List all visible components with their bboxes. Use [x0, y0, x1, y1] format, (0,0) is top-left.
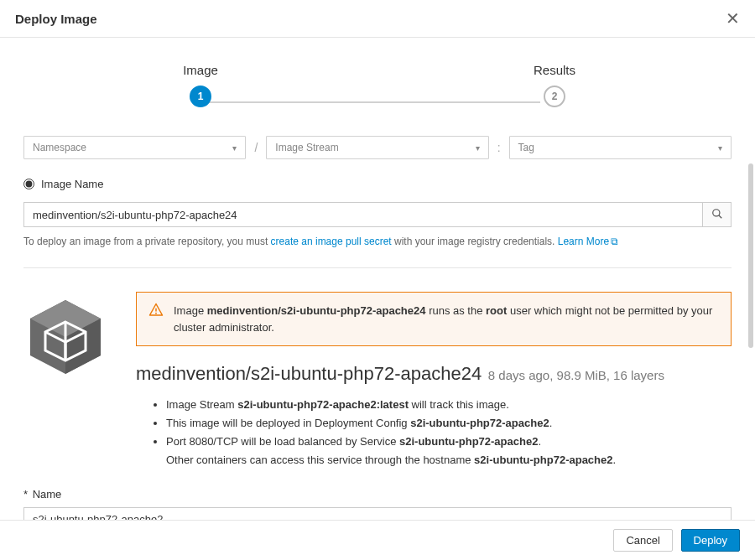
dialog-footer: Cancel Deploy: [0, 520, 755, 560]
separator: :: [497, 141, 501, 154]
image-meta: 8 days ago, 98.9 MiB, 16 layers: [488, 368, 664, 382]
wizard-step-circle: 2: [544, 86, 565, 107]
deploy-image-dialog: Deploy Image ✕ Image 1 Results 2 Namespa…: [0, 0, 755, 560]
select-placeholder: Image Stream: [275, 142, 338, 153]
private-repo-help: To deploy an image from a private reposi…: [23, 236, 732, 247]
svg-point-0: [712, 209, 719, 215]
warning-icon: [148, 303, 164, 320]
wizard-step-label: Image: [23, 63, 378, 77]
chevron-down-icon: ▾: [476, 143, 480, 153]
image-name-radio-label: Image Name: [41, 178, 103, 190]
chevron-down-icon: ▾: [718, 143, 722, 153]
wizard-step-image[interactable]: Image 1: [23, 63, 378, 107]
dialog-body: Image 1 Results 2 Namespace ▾ / Image St…: [0, 38, 755, 520]
close-button[interactable]: ✕: [726, 10, 740, 27]
svg-point-10: [155, 313, 157, 314]
image-stream-select[interactable]: Image Stream ▾: [266, 136, 488, 159]
warning-text: Image medinvention/s2i-ubuntu-php72-apac…: [174, 303, 719, 335]
image-detail: Image medinvention/s2i-ubuntu-php72-apac…: [23, 292, 732, 469]
search-icon: [711, 208, 723, 222]
image-name-input-group: [23, 202, 732, 227]
name-input[interactable]: [23, 507, 732, 520]
scrollbar[interactable]: [747, 38, 753, 520]
wizard-step-results[interactable]: Results 2: [378, 63, 732, 107]
separator: /: [254, 141, 258, 154]
root-user-warning: Image medinvention/s2i-ubuntu-php72-apac…: [136, 292, 732, 346]
chevron-down-icon: ▾: [232, 143, 237, 153]
image-search-button[interactable]: [703, 202, 732, 227]
service-hostname-note: Other containers can access this service…: [166, 452, 732, 469]
dialog-title: Deploy Image: [15, 12, 97, 26]
image-name-input[interactable]: [23, 202, 703, 227]
image-name-radio-row: Image Name: [23, 178, 732, 190]
image-info-list: Image Stream s2i-ubuntu-php72-apache2:la…: [136, 397, 732, 450]
image-cube-icon: [23, 292, 116, 469]
divider: [23, 267, 732, 268]
name-field-label: * Name: [23, 488, 732, 500]
list-item: Image Stream s2i-ubuntu-php72-apache2:la…: [166, 397, 732, 413]
select-placeholder: Namespace: [33, 142, 86, 153]
list-item: This image will be deployed in Deploymen…: [166, 415, 732, 432]
dialog-header: Deploy Image ✕: [0, 0, 755, 38]
deploy-button[interactable]: Deploy: [681, 529, 740, 552]
learn-more-link[interactable]: Learn More ⧉: [558, 236, 618, 247]
namespace-select[interactable]: Namespace ▾: [23, 136, 246, 159]
image-detail-main: Image medinvention/s2i-ubuntu-php72-apac…: [136, 292, 732, 469]
list-item: Port 8080/TCP will be load balanced by S…: [166, 433, 732, 450]
cancel-button[interactable]: Cancel: [613, 529, 672, 552]
wizard-steps: Image 1 Results 2: [23, 63, 732, 107]
close-icon: ✕: [726, 9, 740, 28]
image-title: medinvention/s2i-ubuntu-php72-apache24: [136, 363, 482, 384]
select-placeholder: Tag: [518, 142, 534, 153]
image-title-row: medinvention/s2i-ubuntu-php72-apache24 8…: [136, 363, 732, 385]
tag-select[interactable]: Tag ▾: [509, 136, 732, 159]
svg-line-1: [718, 215, 721, 218]
wizard-step-circle: 1: [190, 86, 211, 107]
create-pull-secret-link[interactable]: create an image pull secret: [271, 236, 392, 247]
image-name-radio[interactable]: [23, 179, 34, 189]
wizard-step-label: Results: [378, 63, 732, 77]
external-link-icon: ⧉: [611, 236, 618, 247]
image-stream-selector-row: Namespace ▾ / Image Stream ▾ : Tag ▾: [23, 136, 732, 159]
